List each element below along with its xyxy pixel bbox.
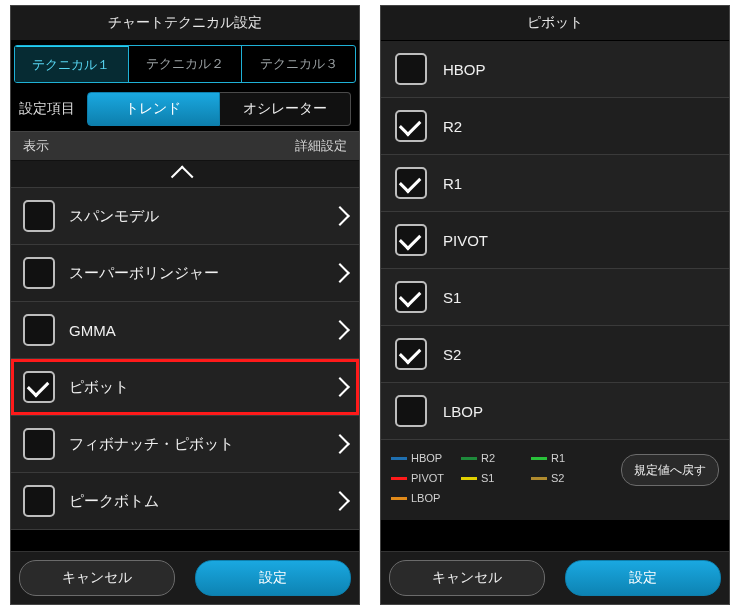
chevron-right-icon xyxy=(330,320,350,340)
legend-area: HBOP R2 R1 PIVOT S1 S2 LBOP 規定値へ戻す xyxy=(381,440,729,520)
indicator-label: ピボット xyxy=(69,378,333,397)
tab-technical-2[interactable]: テクニカル２ xyxy=(129,46,243,82)
indicator-label: スーパーボリンジャー xyxy=(69,264,333,283)
footer-bar: キャンセル 設定 xyxy=(381,551,729,604)
panel-header: ピボット xyxy=(381,6,729,41)
chevron-right-icon xyxy=(330,206,350,226)
list-item-pivot[interactable]: ピボット xyxy=(11,359,359,416)
list-item-r2[interactable]: R2 xyxy=(381,98,729,155)
legend-s1: S1 xyxy=(461,468,531,488)
list-item-r1[interactable]: R1 xyxy=(381,155,729,212)
checkbox-checked[interactable] xyxy=(395,224,427,256)
color-swatch xyxy=(461,477,477,480)
cancel-button[interactable]: キャンセル xyxy=(19,560,175,596)
setting-item-label: 設定項目 xyxy=(19,100,75,118)
segment-oscillator[interactable]: オシレーター xyxy=(220,92,352,126)
checkbox-checked[interactable] xyxy=(395,281,427,313)
checkbox[interactable] xyxy=(23,200,55,232)
chart-technical-settings-panel: チャートテクニカル設定 テクニカル１ テクニカル２ テクニカル３ 設定項目 トレ… xyxy=(10,5,360,605)
column-headers: 表示 詳細設定 xyxy=(11,131,359,161)
chevron-right-icon xyxy=(330,377,350,397)
list-item-hbop[interactable]: HBOP xyxy=(381,41,729,98)
level-label: PIVOT xyxy=(443,232,488,249)
checkbox[interactable] xyxy=(23,485,55,517)
level-label: HBOP xyxy=(443,61,486,78)
apply-button[interactable]: 設定 xyxy=(565,560,721,596)
legend-grid: HBOP R2 R1 PIVOT S1 S2 LBOP xyxy=(391,448,601,508)
setting-item-row: 設定項目 トレンド オシレーター xyxy=(11,87,359,131)
legend-r1: R1 xyxy=(531,448,601,468)
list-item-gmma[interactable]: GMMA xyxy=(11,302,359,359)
level-label: R2 xyxy=(443,118,462,135)
level-label: S2 xyxy=(443,346,461,363)
checkbox[interactable] xyxy=(23,314,55,346)
colhead-display: 表示 xyxy=(23,137,49,155)
panel-title: ピボット xyxy=(527,14,583,32)
colhead-detail: 詳細設定 xyxy=(295,137,347,155)
color-swatch xyxy=(391,457,407,460)
level-label: R1 xyxy=(443,175,462,192)
legend-r2: R2 xyxy=(461,448,531,468)
checkbox-checked[interactable] xyxy=(395,110,427,142)
indicator-label: フィボナッチ・ピボット xyxy=(69,435,333,454)
pivot-settings-panel: ピボット HBOP R2 R1 PIVOT S1 xyxy=(380,5,730,605)
checkbox[interactable] xyxy=(23,428,55,460)
list-item-s2[interactable]: S2 xyxy=(381,326,729,383)
chevron-right-icon xyxy=(330,434,350,454)
color-swatch xyxy=(531,477,547,480)
color-swatch xyxy=(461,457,477,460)
list-item-s1[interactable]: S1 xyxy=(381,269,729,326)
list-item-super-bollinger[interactable]: スーパーボリンジャー xyxy=(11,245,359,302)
indicator-label: スパンモデル xyxy=(69,207,333,226)
list-item-pivot[interactable]: PIVOT xyxy=(381,212,729,269)
color-swatch xyxy=(391,497,407,500)
checkbox-checked[interactable] xyxy=(395,338,427,370)
tab-technical-3[interactable]: テクニカル３ xyxy=(242,46,355,82)
checkbox-checked[interactable] xyxy=(395,167,427,199)
checkbox-checked[interactable] xyxy=(23,371,55,403)
chevron-right-icon xyxy=(330,263,350,283)
indicator-type-segment: トレンド オシレーター xyxy=(87,92,351,126)
technical-tabs: テクニカル１ テクニカル２ テクニカル３ xyxy=(14,45,356,83)
indicator-list: スパンモデル スーパーボリンジャー GMMA ピボット フィボナッチ・ピボット xyxy=(11,161,359,530)
list-item-peak-bottom[interactable]: ピークボトム xyxy=(11,473,359,530)
collapse-handle[interactable] xyxy=(11,161,359,188)
legend-lbop: LBOP xyxy=(391,488,461,508)
chevron-right-icon xyxy=(330,491,350,511)
list-item-fibonacci-pivot[interactable]: フィボナッチ・ピボット xyxy=(11,416,359,473)
tab-technical-1[interactable]: テクニカル１ xyxy=(15,45,129,82)
panel-title: チャートテクニカル設定 xyxy=(108,14,262,32)
legend-pivot: PIVOT xyxy=(391,468,461,488)
pivot-level-list: HBOP R2 R1 PIVOT S1 S2 xyxy=(381,41,729,440)
reset-defaults-button[interactable]: 規定値へ戻す xyxy=(621,454,719,486)
footer-bar: キャンセル 設定 xyxy=(11,551,359,604)
chevron-up-icon xyxy=(171,166,194,189)
list-item-lbop[interactable]: LBOP xyxy=(381,383,729,440)
indicator-label: GMMA xyxy=(69,322,333,339)
checkbox[interactable] xyxy=(395,395,427,427)
list-item-span-model[interactable]: スパンモデル xyxy=(11,188,359,245)
level-label: S1 xyxy=(443,289,461,306)
indicator-label: ピークボトム xyxy=(69,492,333,511)
segment-trend[interactable]: トレンド xyxy=(87,92,220,126)
panel-header: チャートテクニカル設定 xyxy=(11,6,359,41)
color-swatch xyxy=(391,477,407,480)
apply-button[interactable]: 設定 xyxy=(195,560,351,596)
cancel-button[interactable]: キャンセル xyxy=(389,560,545,596)
color-swatch xyxy=(531,457,547,460)
legend-hbop: HBOP xyxy=(391,448,461,468)
legend-s2: S2 xyxy=(531,468,601,488)
level-label: LBOP xyxy=(443,403,483,420)
checkbox[interactable] xyxy=(23,257,55,289)
checkbox[interactable] xyxy=(395,53,427,85)
